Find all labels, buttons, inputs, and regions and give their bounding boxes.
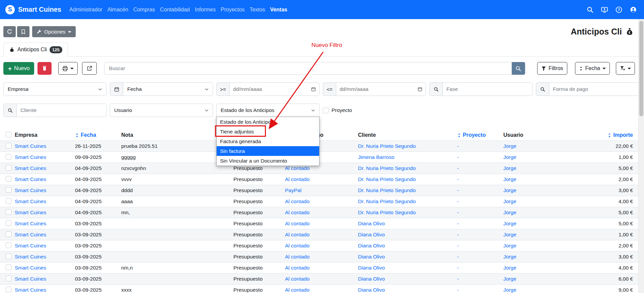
cell-cliente[interactable]: Diana Olivo [358, 276, 457, 282]
usuario-select[interactable]: Usuario [110, 104, 213, 117]
cell-cliente[interactable]: Dr. Nuria Prieto Segundo [358, 187, 457, 193]
screen-share-icon[interactable] [601, 6, 608, 13]
row-checkbox[interactable] [6, 276, 11, 281]
search-button[interactable] [512, 62, 525, 75]
nav-item-informes[interactable]: Informes [195, 7, 216, 13]
cell-usuario[interactable]: Jorge [503, 221, 564, 227]
open-external-button[interactable] [82, 62, 97, 75]
nav-item-ventas[interactable]: Ventas [270, 7, 287, 13]
nuevo-button[interactable]: + Nuevo [3, 62, 34, 75]
cell-cliente[interactable]: Diana Olivo [358, 221, 457, 227]
table-row[interactable]: Smart Cuines03-09-2025PresupuestoAl cont… [0, 229, 638, 240]
cell-cliente[interactable]: Dr. Nuria Prieto Segundo [358, 198, 457, 204]
cell-usuario[interactable]: Jorge [503, 287, 564, 293]
delete-button[interactable] [38, 62, 52, 75]
table-row[interactable]: Smart Cuines03-09-2025xxxxPresupuestoAl … [0, 285, 638, 293]
row-checkbox[interactable] [6, 198, 11, 204]
cell-usuario[interactable]: Jorge [503, 187, 564, 193]
bookmark-button[interactable] [17, 26, 29, 37]
cell-cliente[interactable]: Dr. Nuria Prieto Segundo [358, 176, 457, 182]
table-row[interactable]: Smart Cuines03-09-2025PresupuestoAl cont… [0, 218, 638, 229]
cell-proyecto[interactable]: - [457, 254, 503, 260]
cell-proyecto[interactable]: - [457, 143, 503, 149]
date-from-input[interactable] [233, 86, 311, 92]
cell-proyecto[interactable]: - [457, 221, 503, 227]
tab-anticipos-cli[interactable]: Anticipos Cli 125 [3, 43, 68, 57]
row-checkbox[interactable] [6, 242, 11, 248]
nav-item-compras[interactable]: Compras [133, 7, 155, 13]
row-checkbox[interactable] [6, 176, 11, 182]
search-icon[interactable] [587, 6, 593, 13]
cell-empresa[interactable]: Smart Cuines [15, 276, 75, 282]
cell-proyecto[interactable]: - [457, 187, 503, 193]
fase-input[interactable] [442, 82, 532, 96]
cell-proyecto[interactable]: - [457, 232, 503, 238]
cell-proyecto[interactable]: - [457, 198, 503, 204]
table-row[interactable]: Smart Cuines03-09-2025nm,nPresupuestoAl … [0, 262, 638, 274]
nav-item-contabilidad[interactable]: Contabilidad [160, 7, 190, 13]
table-row[interactable]: Smart Cuines04-09-2025aaaaPresupuestoAl … [0, 196, 638, 207]
row-checkbox[interactable] [6, 265, 11, 270]
table-row[interactable]: Smart Cuines04-09-2025vvvvPresupuestoAl … [0, 174, 638, 185]
cell-forma-pago[interactable]: Al contado [285, 287, 358, 293]
nav-item-proyectos[interactable]: Proyectos [221, 7, 244, 13]
forma-pago-input[interactable] [549, 82, 639, 96]
cell-empresa[interactable]: Smart Cuines [15, 232, 75, 238]
cell-proyecto[interactable]: - [457, 165, 503, 171]
cell-usuario[interactable]: Jorge [503, 210, 564, 216]
cell-usuario[interactable]: Jorge [503, 243, 564, 249]
cell-usuario[interactable]: Jorge [503, 176, 564, 182]
dropdown-option[interactable]: Sin factura [217, 146, 319, 156]
cell-proyecto[interactable]: - [457, 243, 503, 249]
vertical-scrollbar[interactable] [638, 19, 644, 293]
cell-usuario[interactable]: Jorge [503, 254, 564, 260]
cell-forma-pago[interactable]: Al contado [285, 276, 358, 282]
scrollbar-thumb[interactable] [639, 21, 643, 116]
cell-cliente[interactable]: Diana Olivo [358, 254, 457, 260]
row-checkbox[interactable] [6, 220, 11, 226]
estado-anticipos-select[interactable]: Estado de los Anticipos [216, 104, 319, 117]
header-fecha[interactable]: Fecha [75, 132, 121, 138]
cell-empresa[interactable]: Smart Cuines [15, 154, 75, 160]
row-checkbox[interactable] [6, 231, 11, 237]
cell-empresa[interactable]: Smart Cuines [15, 287, 75, 293]
calendar-picker-icon[interactable] [311, 87, 316, 92]
cell-usuario[interactable]: Jorge [503, 232, 564, 238]
row-checkbox[interactable] [6, 287, 11, 292]
cell-empresa[interactable]: Smart Cuines [15, 210, 75, 216]
print-button[interactable] [58, 62, 78, 75]
row-checkbox[interactable] [6, 143, 11, 149]
fecha-sort-button[interactable]: Fecha [575, 62, 610, 75]
cell-usuario[interactable]: Jorge [503, 143, 564, 149]
header-proyecto[interactable]: Proyecto [457, 132, 503, 138]
cliente-input[interactable] [16, 104, 106, 117]
cell-empresa[interactable]: Smart Cuines [15, 254, 75, 260]
proyecto-checkbox[interactable] [323, 108, 329, 113]
cell-usuario[interactable]: Jorge [503, 198, 564, 204]
row-checkbox[interactable] [6, 187, 11, 193]
cell-empresa[interactable]: Smart Cuines [15, 165, 75, 171]
nav-item-textos[interactable]: Textos [249, 7, 265, 13]
filtros-button[interactable]: Filtros [537, 62, 567, 75]
row-checkbox[interactable] [6, 154, 11, 160]
select-all-checkbox[interactable] [6, 132, 11, 137]
cell-forma-pago[interactable]: Al contado [285, 232, 358, 238]
cell-cliente[interactable]: Dr. Nuria Prieto Segundo [358, 143, 457, 149]
cell-cliente[interactable]: Jimena Barroso [358, 154, 457, 160]
cell-proyecto[interactable]: - [457, 276, 503, 282]
cell-forma-pago[interactable]: Al contado [285, 254, 358, 260]
cell-forma-pago[interactable]: Al contado [285, 243, 358, 249]
cell-usuario[interactable]: Jorge [503, 276, 564, 282]
cell-forma-pago[interactable]: Al contado [285, 265, 358, 271]
date-to-input[interactable] [340, 86, 418, 92]
help-icon[interactable]: ? [616, 6, 622, 13]
search-input[interactable] [104, 62, 512, 75]
cell-usuario[interactable]: Jorge [503, 165, 564, 171]
nav-item-almac-n[interactable]: Almacén [108, 7, 128, 13]
cell-forma-pago[interactable]: Al contado [285, 176, 358, 182]
fecha-filter-select[interactable]: Fecha [123, 82, 213, 96]
cell-cliente[interactable]: Dr. Nuria Prieto Segundo [358, 210, 457, 216]
row-checkbox[interactable] [6, 253, 11, 259]
cell-forma-pago[interactable]: PayPal [285, 187, 358, 193]
brand[interactable]: S Smart Cuines [5, 5, 61, 14]
